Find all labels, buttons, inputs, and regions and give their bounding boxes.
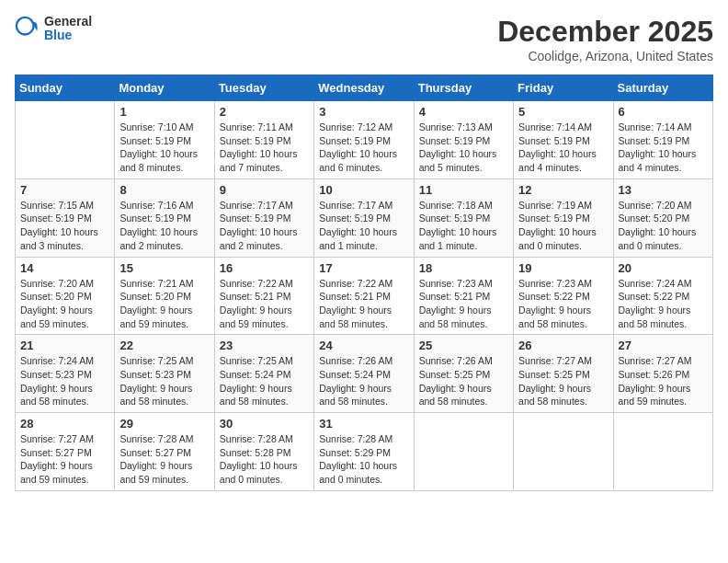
weekday-thursday: Thursday: [414, 75, 513, 101]
svg-point-0: [17, 17, 34, 35]
day-number: 24: [319, 339, 408, 352]
day-number: 30: [220, 417, 309, 431]
day-info: Sunrise: 7:21 AM Sunset: 5:20 PM Dayligh…: [119, 277, 209, 331]
logo: General Blue: [15, 15, 92, 43]
logo-icon: [15, 16, 40, 41]
calendar-cell: 23Sunrise: 7:25 AM Sunset: 5:24 PM Dayli…: [214, 335, 313, 413]
calendar-cell: 24Sunrise: 7:26 AM Sunset: 5:24 PM Dayli…: [314, 335, 414, 413]
day-info: Sunrise: 7:23 AM Sunset: 5:21 PM Dayligh…: [419, 277, 508, 331]
day-info: Sunrise: 7:16 AM Sunset: 5:19 PM Dayligh…: [119, 199, 209, 253]
calendar-cell: 25Sunrise: 7:26 AM Sunset: 5:25 PM Dayli…: [414, 335, 513, 413]
weekday-monday: Monday: [115, 75, 214, 101]
day-info: Sunrise: 7:10 AM Sunset: 5:19 PM Dayligh…: [119, 121, 209, 175]
day-info: Sunrise: 7:27 AM Sunset: 5:27 PM Dayligh…: [20, 432, 109, 487]
weekday-header-row: SundayMondayTuesdayWednesdayThursdayFrid…: [16, 75, 713, 101]
day-info: Sunrise: 7:15 AM Sunset: 5:19 PM Dayligh…: [20, 199, 109, 253]
calendar-cell: 29Sunrise: 7:28 AM Sunset: 5:27 PM Dayli…: [115, 413, 214, 491]
day-info: Sunrise: 7:23 AM Sunset: 5:22 PM Dayligh…: [518, 277, 608, 331]
day-info: Sunrise: 7:28 AM Sunset: 5:29 PM Dayligh…: [319, 432, 408, 487]
weekday-tuesday: Tuesday: [214, 75, 313, 101]
calendar-body: 1Sunrise: 7:10 AM Sunset: 5:19 PM Daylig…: [16, 101, 713, 491]
day-info: Sunrise: 7:20 AM Sunset: 5:20 PM Dayligh…: [619, 199, 708, 253]
logo-blue: Blue: [44, 29, 92, 42]
day-info: Sunrise: 7:25 AM Sunset: 5:23 PM Dayligh…: [119, 354, 209, 408]
day-info: Sunrise: 7:11 AM Sunset: 5:19 PM Dayligh…: [220, 121, 309, 175]
day-info: Sunrise: 7:22 AM Sunset: 5:21 PM Dayligh…: [220, 277, 309, 331]
calendar: SundayMondayTuesdayWednesdayThursdayFrid…: [15, 75, 713, 491]
day-number: 10: [319, 183, 408, 197]
day-info: Sunrise: 7:24 AM Sunset: 5:23 PM Dayligh…: [20, 354, 109, 408]
day-number: 22: [119, 339, 209, 352]
day-number: 26: [518, 339, 608, 352]
calendar-cell: 1Sunrise: 7:10 AM Sunset: 5:19 PM Daylig…: [115, 101, 214, 179]
calendar-cell: 9Sunrise: 7:17 AM Sunset: 5:19 PM Daylig…: [214, 178, 313, 257]
day-number: 12: [518, 183, 608, 197]
calendar-cell: 6Sunrise: 7:14 AM Sunset: 5:19 PM Daylig…: [613, 101, 712, 179]
calendar-week-1: 1Sunrise: 7:10 AM Sunset: 5:19 PM Daylig…: [16, 101, 713, 179]
calendar-cell: 2Sunrise: 7:11 AM Sunset: 5:19 PM Daylig…: [214, 101, 313, 179]
calendar-cell: [613, 413, 712, 491]
day-number: 25: [419, 339, 508, 352]
day-info: Sunrise: 7:20 AM Sunset: 5:20 PM Dayligh…: [20, 277, 109, 331]
day-number: 15: [119, 261, 209, 275]
calendar-cell: 30Sunrise: 7:28 AM Sunset: 5:28 PM Dayli…: [214, 413, 313, 491]
day-number: 29: [119, 417, 209, 431]
page-header: General Blue December 2025 Coolidge, Ari…: [15, 15, 713, 63]
calendar-cell: 18Sunrise: 7:23 AM Sunset: 5:21 PM Dayli…: [414, 257, 513, 335]
day-info: Sunrise: 7:17 AM Sunset: 5:19 PM Dayligh…: [319, 199, 408, 253]
day-number: 13: [619, 183, 708, 197]
day-number: 11: [419, 183, 508, 197]
day-number: 21: [20, 339, 109, 352]
day-info: Sunrise: 7:12 AM Sunset: 5:19 PM Dayligh…: [319, 121, 408, 175]
weekday-friday: Friday: [514, 75, 613, 101]
day-info: Sunrise: 7:22 AM Sunset: 5:21 PM Dayligh…: [319, 277, 408, 331]
day-info: Sunrise: 7:19 AM Sunset: 5:19 PM Dayligh…: [518, 199, 608, 253]
day-number: 6: [619, 105, 708, 119]
day-info: Sunrise: 7:25 AM Sunset: 5:24 PM Dayligh…: [220, 354, 309, 408]
location: Coolidge, Arizona, United States: [497, 49, 713, 63]
day-number: 17: [319, 261, 408, 275]
calendar-cell: 8Sunrise: 7:16 AM Sunset: 5:19 PM Daylig…: [115, 178, 214, 257]
weekday-saturday: Saturday: [613, 75, 712, 101]
day-number: 18: [419, 261, 508, 275]
weekday-wednesday: Wednesday: [314, 75, 414, 101]
calendar-cell: 26Sunrise: 7:27 AM Sunset: 5:25 PM Dayli…: [514, 335, 613, 413]
calendar-cell: 12Sunrise: 7:19 AM Sunset: 5:19 PM Dayli…: [514, 178, 613, 257]
calendar-cell: 31Sunrise: 7:28 AM Sunset: 5:29 PM Dayli…: [314, 413, 414, 491]
calendar-cell: 16Sunrise: 7:22 AM Sunset: 5:21 PM Dayli…: [214, 257, 313, 335]
calendar-cell: 28Sunrise: 7:27 AM Sunset: 5:27 PM Dayli…: [16, 413, 115, 491]
day-info: Sunrise: 7:27 AM Sunset: 5:25 PM Dayligh…: [518, 354, 608, 408]
calendar-cell: 4Sunrise: 7:13 AM Sunset: 5:19 PM Daylig…: [414, 101, 513, 179]
month-title: December 2025: [497, 15, 713, 49]
calendar-cell: 15Sunrise: 7:21 AM Sunset: 5:20 PM Dayli…: [115, 257, 214, 335]
day-info: Sunrise: 7:13 AM Sunset: 5:19 PM Dayligh…: [419, 121, 508, 175]
calendar-cell: 11Sunrise: 7:18 AM Sunset: 5:19 PM Dayli…: [414, 178, 513, 257]
calendar-week-5: 28Sunrise: 7:27 AM Sunset: 5:27 PM Dayli…: [16, 413, 713, 491]
calendar-cell: 19Sunrise: 7:23 AM Sunset: 5:22 PM Dayli…: [514, 257, 613, 335]
day-number: 20: [619, 261, 708, 275]
day-number: 23: [220, 339, 309, 352]
calendar-cell: 27Sunrise: 7:27 AM Sunset: 5:26 PM Dayli…: [613, 335, 712, 413]
calendar-week-3: 14Sunrise: 7:20 AM Sunset: 5:20 PM Dayli…: [16, 257, 713, 335]
day-number: 19: [518, 261, 608, 275]
calendar-cell: 14Sunrise: 7:20 AM Sunset: 5:20 PM Dayli…: [16, 257, 115, 335]
weekday-sunday: Sunday: [16, 75, 115, 101]
day-info: Sunrise: 7:14 AM Sunset: 5:19 PM Dayligh…: [518, 121, 608, 175]
calendar-cell: 3Sunrise: 7:12 AM Sunset: 5:19 PM Daylig…: [314, 101, 414, 179]
day-info: Sunrise: 7:28 AM Sunset: 5:28 PM Dayligh…: [220, 432, 309, 487]
day-number: 16: [220, 261, 309, 275]
calendar-cell: 20Sunrise: 7:24 AM Sunset: 5:22 PM Dayli…: [613, 257, 712, 335]
calendar-cell: 17Sunrise: 7:22 AM Sunset: 5:21 PM Dayli…: [314, 257, 414, 335]
calendar-cell: 21Sunrise: 7:24 AM Sunset: 5:23 PM Dayli…: [16, 335, 115, 413]
day-info: Sunrise: 7:26 AM Sunset: 5:25 PM Dayligh…: [419, 354, 508, 408]
day-info: Sunrise: 7:26 AM Sunset: 5:24 PM Dayligh…: [319, 354, 408, 408]
day-number: 14: [20, 261, 109, 275]
calendar-cell: 5Sunrise: 7:14 AM Sunset: 5:19 PM Daylig…: [514, 101, 613, 179]
day-number: 8: [119, 183, 209, 197]
calendar-cell: 7Sunrise: 7:15 AM Sunset: 5:19 PM Daylig…: [16, 178, 115, 257]
day-number: 4: [419, 105, 508, 119]
calendar-cell: [514, 413, 613, 491]
day-info: Sunrise: 7:27 AM Sunset: 5:26 PM Dayligh…: [619, 354, 708, 408]
logo-text: General Blue: [44, 15, 92, 43]
day-number: 5: [518, 105, 608, 119]
